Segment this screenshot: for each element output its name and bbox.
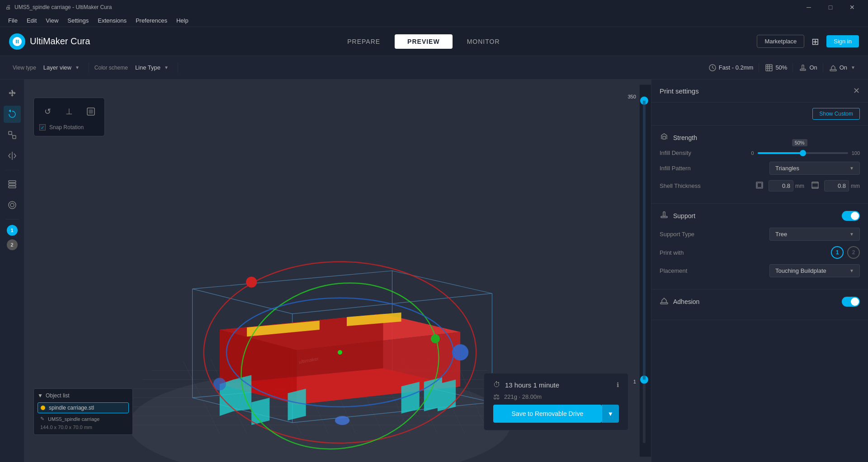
placement-dropdown[interactable]: Touching Buildplate ▼	[769, 264, 860, 277]
menu-preferences[interactable]: Preferences	[131, 15, 172, 26]
shell-thickness-control: mm mm	[756, 180, 860, 191]
view-type-dropdown[interactable]: Layer view ▼	[40, 62, 83, 73]
infill-pattern-row: Infill Pattern Triangles ▼	[660, 162, 860, 175]
infill-density-max: 100	[852, 150, 860, 156]
support-type-caret-icon: ▼	[849, 232, 854, 237]
svg-point-67	[246, 277, 257, 288]
sidebar-divider-1	[5, 170, 19, 170]
infill-density-slider[interactable]: 50%	[758, 152, 848, 154]
svg-point-66	[338, 350, 342, 355]
menu-settings[interactable]: Settings	[63, 15, 93, 26]
tab-monitor[interactable]: MONITOR	[454, 34, 513, 49]
adhesion-title: Adhesion	[673, 298, 699, 305]
adhesion-group: On ▼	[823, 63, 861, 72]
svg-rect-87	[660, 303, 668, 304]
adhesion-toggle[interactable]	[842, 297, 860, 307]
mirror-tool-button[interactable]	[4, 147, 21, 164]
menu-file[interactable]: File	[4, 15, 22, 26]
marketplace-button[interactable]: Marketplace	[757, 35, 804, 48]
strength-title: Strength	[673, 134, 697, 141]
tab-prepare[interactable]: PREPARE	[335, 34, 393, 49]
svg-point-18	[9, 201, 16, 209]
color-scheme-value: Line Type	[135, 64, 160, 71]
shell-topbottom-input[interactable]	[824, 180, 849, 191]
strength-icon	[660, 132, 669, 143]
xray-view-button[interactable]	[4, 196, 21, 214]
move-tool-button[interactable]	[4, 85, 21, 102]
svg-rect-79	[663, 136, 665, 139]
adhesion-caret-icon: ▼	[851, 65, 855, 70]
lay-flat-button[interactable]: ⊥	[61, 103, 77, 120]
rotation-toolbar: ↺ ⊥ Snap Rotation	[33, 98, 105, 136]
tab-preview[interactable]: PREVIEW	[395, 34, 453, 49]
view-type-value: Layer view	[43, 64, 71, 71]
infill-density-label: Infill Density	[660, 149, 751, 156]
canvas-area[interactable]: ultimaker 350 1 ↺ ⊥	[24, 79, 651, 462]
save-button[interactable]: Save to Removable Drive	[493, 405, 602, 423]
walls-icon	[756, 182, 763, 190]
menu-help[interactable]: Help	[172, 15, 193, 26]
info-icon[interactable]: ℹ	[617, 381, 619, 388]
profile-icon	[708, 63, 717, 72]
minimize-button[interactable]: ─	[798, 0, 819, 14]
infill-density-min: 0	[751, 150, 754, 156]
scale-tool-button[interactable]	[4, 126, 21, 144]
apps-grid-icon[interactable]: ⊞	[811, 36, 819, 47]
shell-thickness-row: Shell Thickness mm	[660, 180, 860, 191]
extruder-2-badge[interactable]: 2	[7, 239, 18, 250]
adhesion-icon	[829, 63, 838, 72]
clock-icon: ⏱	[493, 381, 500, 389]
support-section-header: Support	[660, 210, 860, 221]
object-list-header[interactable]: ▼ Object list	[38, 392, 129, 399]
nav-right: Marketplace ⊞ Sign in	[757, 35, 859, 48]
print-settings-close-button[interactable]: ✕	[853, 86, 860, 96]
svg-text:1: 1	[633, 379, 636, 384]
menu-edit[interactable]: Edit	[22, 15, 41, 26]
main-area: 1 2	[0, 79, 868, 462]
save-dropdown-button[interactable]: ▼	[602, 405, 619, 423]
color-scheme-dropdown[interactable]: Line Type ▼	[132, 62, 172, 73]
signin-button[interactable]: Sign in	[826, 35, 859, 47]
collapse-icon: ▼	[38, 392, 43, 399]
support-type-dropdown[interactable]: Tree ▼	[769, 228, 860, 241]
infill-pattern-dropdown[interactable]: Triangles ▼	[769, 162, 860, 175]
shell-walls-input[interactable]	[769, 180, 793, 191]
rotate-tool-button[interactable]	[4, 106, 21, 123]
object-item[interactable]: spindle carriage.stl	[38, 402, 129, 413]
menu-extensions[interactable]: Extensions	[93, 15, 131, 26]
weight-icon: ⚖	[493, 392, 500, 401]
object-dimensions: 144.0 x 70.0 x 70.0 mm	[38, 424, 129, 431]
extruder-1-icon[interactable]: 1	[831, 246, 844, 259]
extruder-2-icon[interactable]: 2	[847, 246, 860, 259]
svg-rect-11	[9, 131, 12, 135]
print-with-icons: 1 2	[831, 246, 860, 259]
estimate-time: 13 hours 1 minute	[505, 381, 559, 389]
shell-walls-unit: mm	[795, 183, 804, 189]
window-title: 🖨 UMS5_spindle carriage - UltiMaker Cura	[5, 4, 112, 10]
placement-value: Touching Buildplate	[775, 267, 826, 274]
reset-rotation-button[interactable]: ↺	[39, 103, 56, 120]
close-button[interactable]: ✕	[842, 0, 863, 14]
svg-point-19	[10, 203, 14, 207]
svg-rect-9	[802, 65, 804, 69]
titlebar: 🖨 UMS5_spindle carriage - UltiMaker Cura…	[0, 0, 868, 14]
menu-view[interactable]: View	[41, 15, 63, 26]
support-toggle[interactable]	[842, 211, 860, 221]
edit-icon: ✎	[40, 416, 44, 422]
support-type-value: Tree	[775, 231, 787, 238]
infill-density-slider-container: 0 50% 100	[751, 150, 860, 156]
support-section-icon	[660, 210, 669, 221]
infill-pattern-label: Infill Pattern	[660, 165, 769, 172]
align-button[interactable]	[83, 103, 99, 120]
maximize-button[interactable]: □	[820, 0, 841, 14]
adhesion-section-header: Adhesion	[660, 296, 860, 307]
view-type-label: View type	[13, 65, 36, 71]
show-custom-button[interactable]: Show Custom	[812, 108, 860, 120]
snap-rotation-checkbox[interactable]	[39, 124, 46, 131]
sidebar-divider-2	[5, 219, 19, 219]
extruder-1-badge[interactable]: 1	[7, 225, 18, 236]
color-scheme-caret-icon: ▼	[164, 65, 169, 70]
layer-view-button[interactable]	[4, 176, 21, 193]
estimate-weight: 221g · 28.00m	[504, 393, 542, 400]
adhesion-section: Adhesion	[651, 289, 868, 320]
